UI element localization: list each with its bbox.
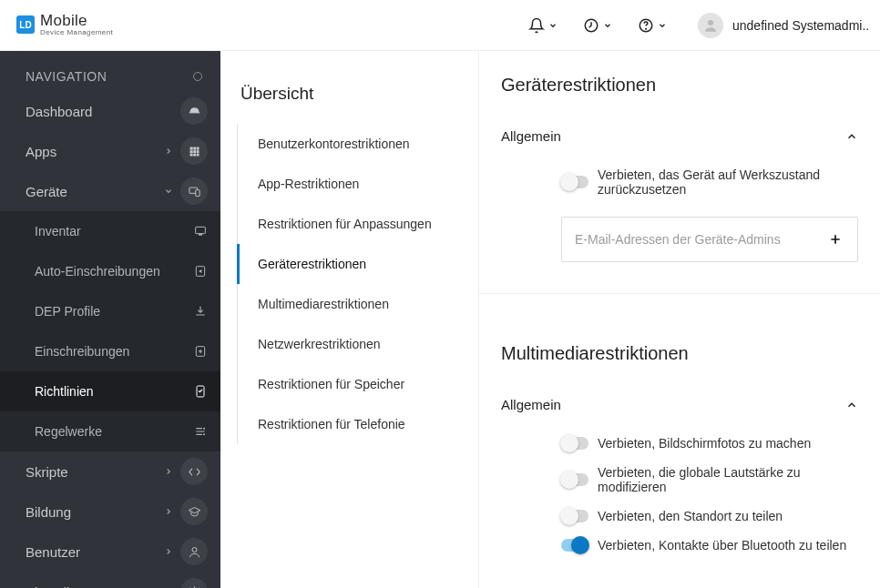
nav-section-text: NAVIGATION [26, 69, 107, 84]
overview-item[interactable]: Multimediarestriktionen [237, 284, 478, 324]
settings-icon [180, 578, 208, 588]
sidebar-subitem-richtlinien[interactable]: Richtlinien [0, 371, 220, 411]
sidebar-subitem-regelwerke[interactable]: Regelwerke [0, 411, 220, 451]
sidebar-subitem-auto-einschreibungen[interactable]: Auto-Einschreibungen [0, 251, 220, 291]
auto-enroll-icon [193, 264, 208, 279]
user-name: undefined Systemadmi.. [732, 18, 869, 33]
brand-logo: LD [16, 15, 35, 34]
svg-rect-9 [193, 150, 196, 153]
sidebar-item-geraete[interactable]: Geräte [0, 171, 220, 211]
chevron-right-icon [164, 147, 173, 156]
toggle-location[interactable] [561, 510, 588, 522]
sidebar-item-label: Dashboard [26, 104, 92, 119]
chevron-down-icon [164, 187, 173, 196]
sidebar-item-label: Auto-Einschreibungen [35, 264, 160, 279]
sidebar-item-label: Inventar [35, 224, 81, 238]
device-restrictions-card: Geräterestriktionen Allgemein Verbieten,… [479, 51, 880, 294]
section-header-allgemein[interactable]: Allgemein [501, 116, 858, 160]
device-admin-email-input[interactable] [575, 232, 826, 247]
sidebar-submenu-geraete: Inventar Auto-Einschreibungen DEP Profil… [0, 211, 220, 451]
toggle-row: Verbieten, den Standort zu teilen [501, 502, 858, 531]
brand[interactable]: LD Mobile Device Management [16, 13, 113, 36]
topbar: LD Mobile Device Management undefined Sy… [0, 0, 880, 51]
toggle-row: Verbieten, Kontakte über Bluetooth zu te… [501, 531, 858, 560]
brand-main: Mobile [40, 13, 113, 29]
svg-rect-10 [197, 150, 200, 153]
card-title: Multimediarestriktionen [501, 343, 858, 364]
toggle-factory-reset[interactable] [561, 176, 588, 188]
multimedia-restrictions-card: Multimediarestriktionen Allgemein Verbie… [479, 319, 880, 588]
overview-item[interactable]: App-Restriktionen [237, 164, 478, 204]
toggle-label: Verbieten, das Gerät auf Werkszustand zu… [598, 167, 858, 197]
toggle-volume[interactable] [561, 473, 588, 486]
toggle-screenshots[interactable] [561, 437, 588, 450]
add-email-button[interactable] [826, 230, 844, 248]
section-header-allgemein[interactable]: Allgemein [501, 384, 858, 429]
sidebar-item-benutzer[interactable]: Benutzer [0, 532, 220, 572]
sidebar-item-label: Skripte [26, 464, 68, 480]
sidebar: NAVIGATION Dashboard Apps Geräte Inventa… [0, 51, 220, 588]
record-icon [193, 72, 202, 81]
notifications-menu[interactable] [516, 17, 570, 34]
enroll-icon [193, 344, 208, 359]
toggle-row: Verbieten, Bildschirmfotos zu machen [501, 429, 858, 458]
overview-item[interactable]: Restriktionen für Speicher [237, 364, 478, 404]
svg-rect-11 [189, 154, 192, 157]
sidebar-item-einstellungen[interactable]: Einstellungen [0, 572, 220, 588]
sidebar-item-skripte[interactable]: Skripte [0, 451, 220, 492]
svg-rect-5 [189, 147, 192, 149]
chevron-down-icon [603, 21, 612, 30]
bell-icon [528, 17, 545, 34]
user-menu[interactable]: undefined Systemadmi.. [680, 13, 869, 38]
sync-menu[interactable] [570, 17, 625, 34]
chevron-up-icon [845, 399, 858, 411]
svg-rect-4 [189, 112, 199, 113]
sidebar-item-label: Richtlinien [35, 384, 94, 399]
overview-panel: Übersicht Benutzerkontorestriktionen App… [220, 51, 479, 588]
toggle-bluetooth-contacts[interactable] [561, 539, 588, 552]
svg-rect-8 [189, 150, 192, 153]
overview-item[interactable]: Netzwerkrestriktionen [237, 324, 478, 364]
help-menu[interactable] [625, 17, 680, 34]
overview-item[interactable]: Geräterestriktionen [237, 244, 478, 284]
sidebar-item-bildung[interactable]: Bildung [0, 492, 220, 532]
sidebar-item-label: Geräte [26, 184, 67, 199]
devices-icon [180, 177, 208, 205]
sidebar-item-dashboard[interactable]: Dashboard [0, 91, 220, 131]
sidebar-item-label: Apps [26, 144, 56, 159]
toggle-label: Verbieten, Kontakte über Bluetooth zu te… [598, 538, 846, 553]
chevron-down-icon [548, 21, 558, 30]
help-icon [638, 17, 654, 34]
svg-point-2 [646, 28, 647, 29]
sidebar-item-apps[interactable]: Apps [0, 131, 220, 171]
overview-item[interactable]: Restriktionen für Telefonie [237, 404, 478, 444]
svg-rect-7 [197, 147, 200, 149]
overview-item[interactable]: Benutzerkontorestriktionen [237, 124, 478, 164]
device-admin-email-field [561, 217, 858, 262]
sync-icon [583, 17, 599, 34]
content-area: Geräterestriktionen Allgemein Verbieten,… [479, 51, 880, 588]
section-label: Allgemein [501, 128, 561, 144]
scripts-icon [180, 458, 208, 485]
chevron-down-icon [658, 21, 667, 30]
svg-rect-13 [197, 154, 200, 157]
brand-text: Mobile Device Management [40, 13, 113, 36]
main-shell: NAVIGATION Dashboard Apps Geräte Inventa… [0, 51, 880, 588]
svg-rect-15 [195, 189, 199, 196]
svg-rect-6 [193, 147, 196, 149]
sidebar-subitem-einschreibungen[interactable]: Einschreibungen [0, 331, 220, 371]
education-icon [180, 498, 208, 525]
sidebar-subitem-dep-profile[interactable]: DEP Profile [0, 291, 220, 331]
users-icon [180, 538, 208, 565]
sidebar-item-label: Einschreibungen [35, 344, 129, 359]
sidebar-subitem-inventar[interactable]: Inventar [0, 211, 220, 251]
sidebar-item-label: Regelwerke [35, 424, 102, 439]
chevron-right-icon [164, 467, 173, 476]
sidebar-item-label: DEP Profile [35, 304, 100, 319]
overview-item[interactable]: Restriktionen für Anpassungen [237, 204, 478, 244]
rules-icon [193, 424, 208, 439]
avatar [698, 13, 723, 38]
apps-icon [180, 137, 208, 165]
sidebar-item-label: Einstellungen [26, 584, 107, 589]
sidebar-item-label: Bildung [26, 504, 71, 520]
